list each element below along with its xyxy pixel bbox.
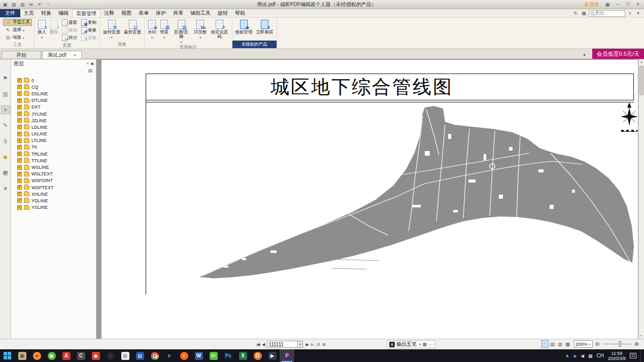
save-icon[interactable]: ▣ [1, 1, 9, 8]
ime-toolbar[interactable]: A 极品五笔 ◑▦⋯ [387, 340, 435, 348]
layer-item[interactable]: YDLINE [17, 197, 96, 204]
maximize-button[interactable]: □ [623, 1, 633, 8]
menu-tab-accessibility[interactable]: 辅助工具 [187, 9, 214, 17]
security-icon[interactable]: ◆ [2, 153, 10, 161]
scroll-up-icon[interactable]: ▲ [639, 59, 644, 65]
insert-page-button[interactable]: 插入▾ [37, 19, 47, 42]
layer-visibility-checkbox[interactable] [17, 91, 22, 96]
email-icon[interactable]: ✉ [27, 1, 35, 8]
buy-now-button[interactable]: 立即购买 [255, 19, 275, 41]
continuous-view-icon[interactable]: ▤ [549, 340, 556, 348]
layer-item[interactable]: TTLINE [17, 157, 96, 164]
grid-view-icon[interactable]: ▦ [581, 11, 587, 16]
excel[interactable]: X [235, 349, 250, 362]
first-page-button[interactable]: |◀ [256, 342, 259, 347]
camera-app[interactable]: ◎ [118, 349, 132, 362]
zoom-slider[interactable] [602, 340, 632, 348]
tab-close-icon[interactable]: × [74, 53, 76, 58]
layer-item[interactable]: WSPTEXT [17, 184, 96, 191]
layer-item[interactable]: DTLINE [17, 97, 96, 104]
bookmark-icon[interactable]: ⚑ [2, 75, 10, 82]
layer-visibility-checkbox[interactable] [17, 185, 22, 190]
menu-tab-form[interactable]: 表单 [135, 9, 152, 17]
bates-number-button[interactable]: 贝茨数▾ [193, 19, 208, 44]
firefox[interactable]: ● [29, 349, 44, 362]
single-page-view-icon[interactable]: □ [541, 340, 549, 348]
chrome[interactable] [147, 349, 162, 362]
menu-tab-protect[interactable]: 保护 [152, 9, 170, 17]
music-player[interactable]: ♪ [103, 349, 118, 362]
facing-view-icon[interactable]: ▥ [557, 340, 564, 348]
clock[interactable]: 11:59 2020/3/8 [608, 351, 626, 361]
last-page-button[interactable]: ▶| [311, 342, 314, 347]
layer-item[interactable]: TRLINE [17, 151, 96, 157]
video-player[interactable]: ▶ [265, 349, 280, 362]
adobe-app[interactable]: ◆ [88, 349, 103, 362]
license-manage-button[interactable]: 授权管理 [234, 19, 254, 41]
layer-visibility-checkbox[interactable] [17, 132, 22, 136]
volume-tray-icon[interactable]: ◀ [581, 353, 584, 358]
select-tool-button[interactable]: ⇖选择▾ [3, 26, 32, 33]
menu-tab-comment[interactable]: 注释 [100, 9, 118, 17]
search-box[interactable] [589, 10, 625, 17]
continuous-facing-view-icon[interactable]: ▦ [564, 340, 571, 348]
layer-visibility-checkbox[interactable] [17, 178, 22, 183]
keyboard-icon[interactable]: ▦ [422, 342, 427, 347]
layer-visibility-checkbox[interactable] [17, 98, 22, 103]
layer-visibility-checkbox[interactable] [17, 105, 22, 110]
watermark-button[interactable]: 水印▾ [147, 19, 157, 44]
background-button[interactable]: 背景▾ [159, 19, 170, 44]
layer-item[interactable]: DXT [17, 104, 96, 111]
layer-item[interactable]: XHLINE [17, 191, 96, 197]
ime-mode-tray-icon[interactable]: ▦ [588, 353, 593, 358]
hand-tool-button[interactable]: ☝手型工具 [3, 19, 32, 26]
layer-item[interactable]: LDLINE [17, 124, 96, 130]
layer-visibility-checkbox[interactable] [17, 158, 22, 163]
undo-icon[interactable]: ↶ [36, 1, 44, 8]
layer-options-button[interactable]: ▤ [88, 68, 92, 76]
layer-item[interactable]: JYLINE [17, 111, 96, 117]
search-input[interactable] [595, 11, 624, 16]
document-tab-document[interactable]: 测试.pdf× [42, 51, 82, 59]
document-tab-start[interactable]: 开始 [2, 51, 41, 59]
zoom-tool-button[interactable]: ◎缩放▾ [3, 34, 32, 41]
foxit-pdf-editor[interactable]: P [280, 349, 294, 362]
layer-item[interactable]: CQ [17, 84, 96, 90]
page-thumbnails-icon[interactable]: ▥ [2, 90, 10, 98]
layer-visibility-checkbox[interactable] [17, 205, 22, 210]
extract-page-button[interactable]: 提取 [61, 19, 78, 26]
layer-item[interactable]: WSPOINT [17, 177, 96, 184]
panel-collapse-icon[interactable]: ◀ [90, 61, 93, 66]
print-icon[interactable]: ▤ [10, 1, 18, 8]
menu-tab-view[interactable]: 视图 [118, 9, 135, 17]
hidden-icons-chevron[interactable]: ∧ [566, 353, 569, 358]
photoshop[interactable]: Ps [221, 349, 235, 362]
prev-page-button[interactable]: ◀ [262, 342, 264, 347]
menu-tab-file[interactable]: 文件 [0, 9, 20, 17]
comments-icon[interactable]: ✎ [2, 122, 10, 129]
layer-visibility-checkbox[interactable] [17, 152, 22, 156]
zoom-slider-thumb[interactable] [619, 341, 621, 347]
layer-item[interactable]: TK [17, 144, 96, 151]
foxit-reader[interactable]: ◗ [177, 349, 191, 362]
layer-visibility-checkbox[interactable] [17, 85, 22, 89]
quick-print-icon[interactable]: ▥ [18, 1, 26, 8]
zoom-out-button[interactable]: ⊖ [595, 341, 600, 347]
tab-list-dropdown-icon[interactable]: ▼ [583, 53, 586, 57]
layer-item[interactable]: 0 [17, 77, 96, 84]
fields-icon[interactable]: ▦ [2, 169, 10, 176]
layer-visibility-checkbox[interactable] [17, 138, 22, 143]
language-indicator[interactable]: CH [597, 353, 604, 358]
minimize-button[interactable]: – [613, 1, 623, 8]
menu-tab-home[interactable]: 主页 [20, 9, 38, 17]
layer-item[interactable]: WSLINE [17, 164, 96, 170]
wechat[interactable]: ✉ [206, 349, 221, 362]
delete-page-button[interactable]: 删除 [49, 19, 59, 42]
menu-tab-edit[interactable]: 编辑 [55, 9, 72, 17]
360-browser[interactable]: ◉ [44, 349, 59, 362]
zoom-level-select[interactable]: 200% ▾ [574, 340, 593, 348]
move-page-button[interactable]: 移动 [61, 26, 78, 34]
header-footer-button[interactable]: 页眉/页脚▾ [171, 19, 191, 44]
copy-page-button[interactable]: 复制 [80, 19, 97, 26]
security-tray-icon[interactable]: ◈ [573, 353, 577, 358]
